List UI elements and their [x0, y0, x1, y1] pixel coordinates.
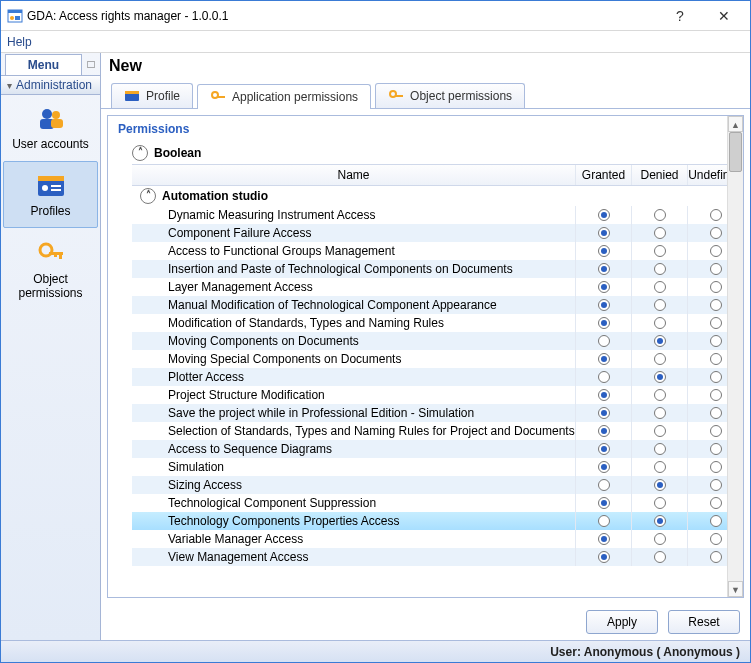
radio-icon: [710, 227, 722, 239]
scroll-up-icon[interactable]: ▲: [728, 116, 743, 132]
table-row[interactable]: Manual Modification of Technological Com…: [132, 296, 743, 314]
table-row[interactable]: Plotter Access: [132, 368, 743, 386]
radio-denied[interactable]: [631, 404, 687, 422]
radio-denied[interactable]: [631, 476, 687, 494]
reset-button[interactable]: Reset: [668, 610, 740, 634]
table-row[interactable]: Sizing Access: [132, 476, 743, 494]
menu-help[interactable]: Help: [7, 35, 32, 49]
radio-denied[interactable]: [631, 224, 687, 242]
scroll-thumb[interactable]: [729, 132, 742, 172]
table-row[interactable]: Access to Functional Groups Management: [132, 242, 743, 260]
radio-granted[interactable]: [575, 314, 631, 332]
radio-granted[interactable]: [575, 296, 631, 314]
scroll-track[interactable]: [728, 132, 743, 581]
radio-icon: [654, 551, 666, 563]
permission-name: Technology Components Properties Access: [160, 514, 575, 528]
radio-granted[interactable]: [575, 458, 631, 476]
radio-denied[interactable]: [631, 422, 687, 440]
table-row[interactable]: View Management Access: [132, 548, 743, 566]
tab-application-permissions[interactable]: Application permissions: [197, 84, 371, 109]
table-row[interactable]: Layer Management Access: [132, 278, 743, 296]
radio-denied[interactable]: [631, 242, 687, 260]
table-row[interactable]: Moving Special Components on Documents: [132, 350, 743, 368]
radio-icon: [710, 407, 722, 419]
radio-granted[interactable]: [575, 350, 631, 368]
radio-denied[interactable]: [631, 440, 687, 458]
table-row[interactable]: Technology Components Properties Access: [132, 512, 743, 530]
group-label: Boolean: [154, 146, 201, 160]
radio-icon: [654, 317, 666, 329]
svg-rect-3: [15, 16, 20, 20]
scroll-down-icon[interactable]: ▼: [728, 581, 743, 597]
group-boolean[interactable]: ˄ Boolean: [132, 142, 743, 164]
subgroup-automation-studio[interactable]: ˄ Automation studio: [132, 186, 743, 206]
sidebar-item-user-accounts[interactable]: User accounts: [1, 95, 100, 159]
permission-name: Modification of Standards, Types and Nam…: [160, 316, 575, 330]
radio-granted[interactable]: [575, 224, 631, 242]
table-row[interactable]: Access to Sequence Diagrams: [132, 440, 743, 458]
radio-granted[interactable]: [575, 548, 631, 566]
radio-granted[interactable]: [575, 476, 631, 494]
radio-denied[interactable]: [631, 368, 687, 386]
radio-denied[interactable]: [631, 530, 687, 548]
radio-granted[interactable]: [575, 440, 631, 458]
table-row[interactable]: Dynamic Measuring Instrument Access: [132, 206, 743, 224]
radio-granted[interactable]: [575, 278, 631, 296]
radio-icon: [598, 227, 610, 239]
table-row[interactable]: Component Failure Access: [132, 224, 743, 242]
radio-denied[interactable]: [631, 332, 687, 350]
pin-icon[interactable]: □: [82, 57, 100, 71]
table-row[interactable]: Simulation: [132, 458, 743, 476]
radio-icon: [710, 281, 722, 293]
scrollbar-vertical[interactable]: ▲ ▼: [727, 116, 743, 597]
table-row[interactable]: Variable Manager Access: [132, 530, 743, 548]
apply-button[interactable]: Apply: [586, 610, 658, 634]
radio-denied[interactable]: [631, 278, 687, 296]
radio-denied[interactable]: [631, 548, 687, 566]
radio-denied[interactable]: [631, 512, 687, 530]
collapse-icon[interactable]: ˄: [140, 188, 156, 204]
radio-denied[interactable]: [631, 260, 687, 278]
radio-granted[interactable]: [575, 530, 631, 548]
radio-granted[interactable]: [575, 404, 631, 422]
radio-granted[interactable]: [575, 332, 631, 350]
close-button[interactable]: ✕: [702, 2, 746, 30]
help-button[interactable]: ?: [658, 2, 702, 30]
radio-denied[interactable]: [631, 494, 687, 512]
radio-denied[interactable]: [631, 314, 687, 332]
radio-denied[interactable]: [631, 458, 687, 476]
sidebar-item-profiles[interactable]: Profiles: [3, 161, 98, 227]
status-bar: User: Anonymous ( Anonymous ): [1, 640, 750, 662]
sidebar-menu-label[interactable]: Menu: [5, 54, 82, 75]
permission-name: Sizing Access: [160, 478, 575, 492]
radio-denied[interactable]: [631, 386, 687, 404]
radio-granted[interactable]: [575, 422, 631, 440]
sidebar-group-header[interactable]: ▾ Administration: [1, 75, 100, 95]
table-row[interactable]: Technological Component Suppression: [132, 494, 743, 512]
table-row[interactable]: Moving Components on Documents: [132, 332, 743, 350]
permission-name: Manual Modification of Technological Com…: [160, 298, 575, 312]
radio-granted[interactable]: [575, 386, 631, 404]
sidebar: Menu □ ▾ Administration User accounts Pr…: [1, 53, 101, 640]
collapse-icon[interactable]: ˄: [132, 145, 148, 161]
radio-granted[interactable]: [575, 206, 631, 224]
svg-rect-9: [38, 176, 64, 181]
radio-granted[interactable]: [575, 368, 631, 386]
radio-denied[interactable]: [631, 350, 687, 368]
radio-granted[interactable]: [575, 260, 631, 278]
panel-title: Permissions: [108, 116, 743, 142]
table-row[interactable]: Save the project while in Professional E…: [132, 404, 743, 422]
tab-object-permissions[interactable]: Object permissions: [375, 83, 525, 108]
table-row[interactable]: Selection of Standards, Types and Naming…: [132, 422, 743, 440]
radio-icon: [654, 263, 666, 275]
sidebar-item-object-permissions[interactable]: Object permissions: [1, 230, 100, 309]
radio-granted[interactable]: [575, 512, 631, 530]
table-row[interactable]: Insertion and Paste of Technological Com…: [132, 260, 743, 278]
table-row[interactable]: Project Structure Modification: [132, 386, 743, 404]
tab-profile[interactable]: Profile: [111, 83, 193, 108]
radio-granted[interactable]: [575, 242, 631, 260]
radio-denied[interactable]: [631, 206, 687, 224]
table-row[interactable]: Modification of Standards, Types and Nam…: [132, 314, 743, 332]
radio-denied[interactable]: [631, 296, 687, 314]
radio-granted[interactable]: [575, 494, 631, 512]
